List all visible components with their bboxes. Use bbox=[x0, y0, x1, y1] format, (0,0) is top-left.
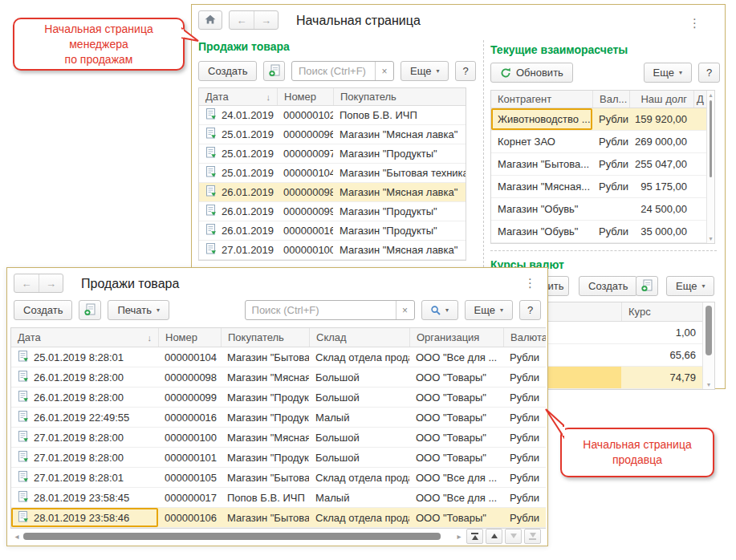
rates-scrollbar[interactable]: ▾ bbox=[702, 302, 714, 389]
col-number[interactable]: Номер bbox=[277, 88, 333, 105]
col-d[interactable]: Д bbox=[693, 91, 706, 108]
back-arrow-icon[interactable]: ← bbox=[230, 11, 254, 29]
search-input[interactable] bbox=[292, 65, 375, 77]
scroll-right-icon[interactable]: ▸ bbox=[454, 532, 464, 541]
table-row[interactable]: 25.01.2019 ... 000000096 Магазин "Мясная… bbox=[199, 125, 466, 144]
scroll-down-icon[interactable]: ▾ bbox=[703, 381, 714, 388]
table-row[interactable]: Животноводство ... Рубли 159 920,00 bbox=[491, 108, 706, 131]
posted-document-icon bbox=[18, 511, 29, 525]
table-row[interactable]: 26.01.2019 8:28:00 000000099 Магазин "Пр… bbox=[11, 388, 546, 408]
settlements-title: Текущие взаиморасчеты bbox=[490, 43, 628, 56]
table-row[interactable]: Корнет ЗАО Рубли 269 000,00 bbox=[491, 131, 706, 153]
posted-document-icon bbox=[18, 391, 29, 404]
go-previous-button[interactable] bbox=[486, 529, 502, 544]
sales-rows: 25.01.2019 8:28:01 000000104 Магазин "Бы… bbox=[11, 347, 546, 528]
table-row[interactable]: 26.01.2019 ... 000000099 Магазин "Продук… bbox=[199, 202, 466, 221]
create-by-copy-button[interactable] bbox=[636, 276, 658, 296]
advanced-search-button[interactable]: ▾ bbox=[421, 300, 458, 320]
create-button[interactable]: Создать bbox=[14, 300, 72, 320]
sort-desc-icon: ↓ bbox=[266, 92, 271, 102]
col-date[interactable]: Дата↓ bbox=[11, 328, 158, 347]
more-button[interactable]: Еще▾ bbox=[465, 300, 513, 320]
create-by-copy-button[interactable] bbox=[79, 300, 101, 320]
scrollbar-thumb[interactable] bbox=[706, 306, 712, 355]
more-button[interactable]: Еще▾ bbox=[666, 276, 714, 296]
print-button[interactable]: Печать▾ bbox=[108, 300, 169, 320]
col-buyer[interactable]: Покупатель bbox=[221, 328, 309, 347]
posted-document-icon bbox=[205, 243, 217, 257]
table-row[interactable]: 27.01.2019 ... 000000100 Магазин "Мясная… bbox=[199, 241, 466, 260]
refresh-button[interactable]: Обновить bbox=[490, 63, 573, 83]
sales-toolbar: Создать Печать▾ × ▾ Еще▾ ? bbox=[14, 300, 541, 320]
create-button[interactable]: Создать bbox=[579, 276, 637, 296]
table-row[interactable]: Магазин "Обувь" 24 500,00 bbox=[491, 198, 706, 221]
more-button[interactable]: Еще▾ bbox=[644, 63, 692, 83]
table-row[interactable]: 25.01.2019 8:28:01 000000104 Магазин "Бы… bbox=[11, 347, 546, 367]
help-button[interactable]: ? bbox=[519, 300, 541, 320]
table-row[interactable]: 26.01.2019 ... 000000016 Магазин "Продук… bbox=[199, 221, 466, 241]
col-date[interactable]: Дата↓ bbox=[199, 88, 277, 105]
col-our-debt[interactable]: Наш долг bbox=[629, 91, 693, 108]
kebab-menu-icon[interactable]: ⋮ bbox=[524, 278, 536, 289]
go-last-icon bbox=[530, 533, 536, 538]
forward-arrow-icon[interactable]: → bbox=[39, 274, 63, 292]
col-currency[interactable]: Вал... bbox=[592, 91, 629, 108]
search-input[interactable] bbox=[246, 304, 396, 316]
table-row[interactable]: 24.01.2019 ... 000000102 Попов Б.В. ИЧП bbox=[199, 106, 466, 125]
table-row[interactable]: Магазин "Мясная... Рубли 95 175,00 bbox=[491, 176, 706, 198]
table-row[interactable]: 25.01.2019 ... 000000097 Магазин "Продук… bbox=[199, 144, 466, 164]
history-nav: ← → bbox=[14, 274, 63, 293]
col-contractor[interactable]: Контрагент bbox=[491, 91, 592, 108]
help-button[interactable]: ? bbox=[698, 63, 720, 83]
scrollbar-thumb[interactable] bbox=[23, 533, 441, 540]
home-button[interactable] bbox=[198, 10, 222, 30]
settlements-scrollbar[interactable]: ▴ ▾ bbox=[706, 91, 714, 243]
go-next-button[interactable] bbox=[505, 529, 522, 544]
table-row[interactable]: 26.01.2019 8:28:00 000000098 Магазин "Мя… bbox=[11, 367, 546, 388]
go-first-button[interactable] bbox=[466, 529, 483, 544]
copy-document-icon bbox=[640, 279, 653, 294]
horizontal-scrollbar[interactable] bbox=[22, 532, 451, 541]
table-row[interactable]: 27.01.2019 8:28:00 000000100 Магазин "Мя… bbox=[11, 428, 546, 448]
create-button[interactable]: Создать bbox=[198, 61, 257, 81]
home-sales-search: × bbox=[291, 61, 394, 81]
more-button[interactable]: Еще▾ bbox=[401, 61, 449, 81]
scroll-up-icon[interactable]: ▴ bbox=[707, 91, 714, 99]
col-warehouse[interactable]: Склад bbox=[309, 328, 409, 347]
go-first-icon bbox=[472, 535, 478, 540]
col-number[interactable]: Номер bbox=[158, 328, 221, 347]
table-row[interactable]: Магазин "Бытова... Рубли 255 047,00 bbox=[491, 153, 706, 176]
go-last-button[interactable] bbox=[524, 529, 541, 544]
table-row[interactable]: 27.01.2019 8:28:01 000000105 Магазин "Бы… bbox=[11, 468, 546, 488]
col-org[interactable]: Организация bbox=[409, 328, 503, 347]
posted-document-icon bbox=[18, 451, 29, 465]
create-by-copy-button[interactable] bbox=[263, 61, 284, 81]
go-next-icon bbox=[510, 534, 517, 538]
sales-table: Дата↓ Номер Покупатель Склад Организация… bbox=[10, 327, 546, 529]
table-row[interactable]: 28.01.2019 23:58:46 000000106 Магазин "Б… bbox=[11, 508, 546, 528]
home-window-title: Начальная страница bbox=[296, 14, 421, 28]
scroll-left-icon[interactable]: ◂ bbox=[12, 532, 22, 541]
table-row[interactable]: Магазин "Обувь" Рубли 35 000,00 bbox=[491, 221, 706, 243]
col-currency[interactable]: Валюта в bbox=[503, 328, 546, 347]
table-row[interactable]: 25.01.2019 ... 000000104 Магазин "Бытова… bbox=[199, 164, 466, 183]
forward-arrow-icon[interactable]: → bbox=[254, 11, 278, 29]
help-button[interactable]: ? bbox=[455, 61, 476, 81]
scroll-down-icon[interactable]: ▾ bbox=[707, 235, 714, 242]
clear-search-icon[interactable]: × bbox=[396, 301, 414, 319]
section-divider-horizontal[interactable] bbox=[490, 250, 717, 251]
table-row[interactable]: 26.01.2019 ... 000000098 Магазин "Мясная… bbox=[199, 183, 466, 202]
col-buyer[interactable]: Покупатель bbox=[333, 88, 466, 105]
callout-seller-homepage: Начальная страница продавца bbox=[560, 428, 714, 477]
scrollbar-thumb[interactable] bbox=[710, 100, 712, 177]
table-row[interactable]: 28.01.2019 23:58:45 000000017 Попов Б.В.… bbox=[11, 488, 546, 508]
sales-window: ← → Продажи товара ⋮ Создать Печать▾ × ▾… bbox=[6, 267, 548, 546]
back-arrow-icon[interactable]: ← bbox=[14, 274, 39, 292]
screen: ← → Начальная страница ⋮ Продажи товара … bbox=[0, 0, 736, 560]
col-rate[interactable]: Курс bbox=[621, 302, 702, 321]
callout-manager-tail bbox=[181, 26, 199, 45]
table-row[interactable]: 26.01.2019 22:49:55 000000016 Магазин "П… bbox=[11, 408, 546, 428]
clear-search-icon[interactable]: × bbox=[375, 62, 393, 80]
table-row[interactable]: 27.01.2019 8:28:00 000000101 Магазин "Пр… bbox=[11, 448, 546, 468]
kebab-menu-icon[interactable]: ⋮ bbox=[689, 18, 701, 29]
